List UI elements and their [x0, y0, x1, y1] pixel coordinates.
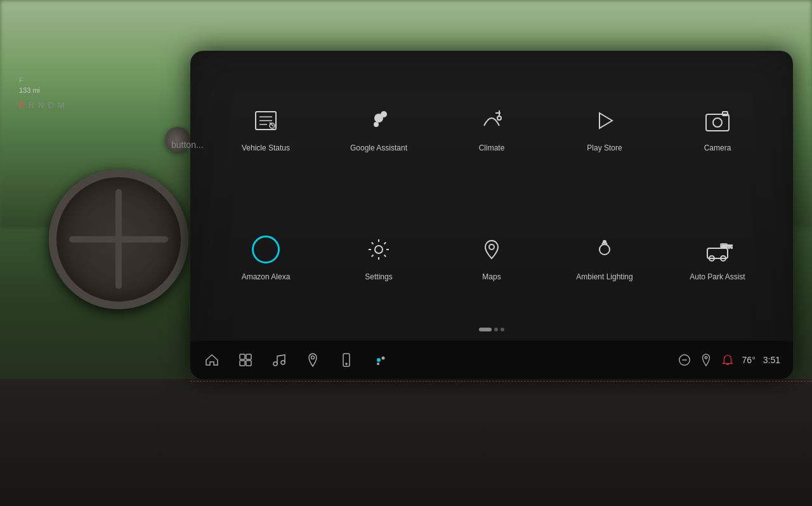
camera-icon	[701, 104, 734, 137]
svg-point-33	[377, 363, 379, 365]
steering-area: F 133 mi P R N D M	[0, 0, 209, 506]
temperature-display: 76°	[742, 355, 756, 365]
car-scene: F 133 mi P R N D M button...	[0, 0, 812, 506]
scroll-dot-1	[479, 328, 492, 331]
svg-rect-22	[240, 354, 245, 359]
auto-park-assist-label: Auto Park Assist	[690, 272, 745, 281]
google-assistant-icon	[362, 104, 395, 137]
svg-point-8	[497, 116, 501, 120]
phone-button[interactable]	[337, 351, 355, 369]
infotainment-screen: Vehicle Status Google Assistant	[190, 51, 793, 379]
music-button[interactable]	[270, 351, 288, 369]
svg-rect-24	[240, 361, 245, 366]
svg-point-28	[311, 356, 315, 359]
svg-point-36	[705, 357, 707, 359]
fuel-label: F	[19, 76, 95, 84]
partial-button-text: button...	[171, 140, 204, 150]
ambient-lighting-label: Ambient Lighting	[576, 272, 632, 281]
camera-label: Camera	[704, 143, 731, 152]
gear-display: P R N D M	[19, 100, 95, 110]
app-grid: Vehicle Status Google Assistant	[190, 51, 793, 335]
settings-icon	[362, 233, 395, 266]
scroll-indicator	[479, 328, 504, 331]
home-button[interactable]	[203, 351, 221, 369]
alexa-ring	[252, 236, 280, 263]
svg-point-7	[374, 122, 379, 127]
app-play-store[interactable]: Play Store	[548, 63, 661, 193]
svg-point-27	[281, 361, 285, 364]
mileage-display: 133 mi	[19, 86, 95, 94]
svg-point-13	[375, 246, 383, 253]
notification-icon	[721, 353, 735, 367]
app-auto-park-assist[interactable]: AUTO Auto Park Assist	[661, 193, 774, 323]
svg-point-6	[381, 111, 387, 117]
svg-point-31	[377, 358, 381, 362]
app-ambient-lighting[interactable]: Ambient Lighting	[548, 193, 661, 323]
gear-m: M	[58, 100, 65, 110]
climate-label: Climate	[479, 143, 505, 152]
status-bar: 76° 3:51	[678, 353, 780, 367]
app-settings[interactable]: Settings	[322, 193, 435, 323]
amazon-alexa-label: Amazon Alexa	[242, 272, 291, 281]
app-vehicle-status[interactable]: Vehicle Status	[209, 63, 322, 193]
app-maps[interactable]: Maps	[435, 193, 548, 323]
svg-point-15	[599, 244, 610, 255]
svg-point-12	[713, 118, 722, 127]
gear-r: R	[29, 100, 34, 110]
time-display: 3:51	[763, 355, 780, 365]
svg-rect-25	[246, 361, 251, 366]
gear-d: D	[48, 100, 53, 110]
maps-label: Maps	[482, 272, 501, 281]
app-amazon-alexa[interactable]: Amazon Alexa	[209, 193, 322, 323]
climate-icon	[475, 104, 508, 137]
gear-n: N	[38, 100, 44, 110]
taskbar-nav	[203, 351, 389, 369]
grid-button[interactable]	[237, 351, 254, 369]
google-dots-button[interactable]	[371, 351, 389, 369]
app-google-assistant[interactable]: Google Assistant	[322, 63, 435, 193]
location-button[interactable]	[304, 351, 322, 369]
scroll-dot-2	[494, 328, 498, 331]
scroll-dot-3	[501, 328, 504, 331]
taskbar: 76° 3:51	[190, 341, 793, 379]
vehicle-status-label: Vehicle Status	[242, 143, 290, 152]
svg-rect-10	[706, 114, 729, 131]
steering-wheel	[49, 170, 188, 309]
alexa-icon	[249, 233, 282, 266]
app-climate[interactable]: Climate	[435, 63, 548, 193]
vehicle-status-icon	[249, 104, 282, 137]
svg-point-14	[489, 244, 494, 250]
instrument-cluster: F 133 mi P R N D M	[19, 76, 95, 110]
svg-point-26	[273, 362, 277, 366]
play-store-label: Play Store	[587, 143, 622, 152]
google-assistant-label: Google Assistant	[350, 143, 407, 152]
app-camera[interactable]: Camera	[661, 63, 774, 193]
svg-point-30	[346, 363, 347, 364]
svg-point-32	[382, 357, 385, 360]
auto-park-icon: AUTO	[701, 233, 734, 266]
do-not-disturb-icon	[678, 353, 691, 367]
maps-icon	[475, 233, 508, 266]
play-store-icon	[588, 104, 621, 137]
svg-text:AUTO: AUTO	[721, 244, 733, 249]
gear-p: P	[19, 100, 25, 110]
location-status-icon	[699, 353, 713, 367]
svg-rect-23	[246, 354, 251, 359]
ambient-lighting-icon	[588, 233, 621, 266]
settings-label: Settings	[365, 272, 392, 281]
dash-stitching	[190, 381, 812, 382]
